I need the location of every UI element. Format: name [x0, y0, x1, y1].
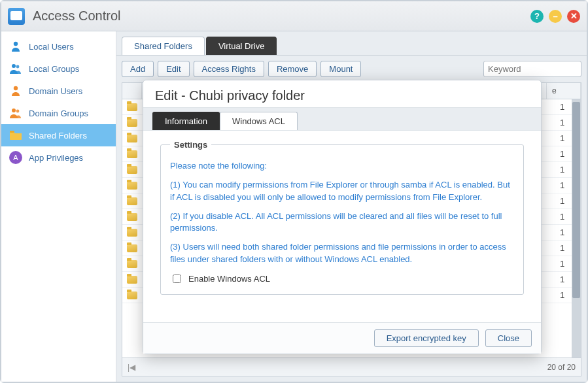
- tab-information[interactable]: Information: [152, 112, 220, 130]
- sidebar-item-domain-groups[interactable]: Domain Groups: [1, 102, 116, 124]
- folder-icon: [122, 213, 142, 221]
- svg-point-5: [16, 110, 20, 113]
- search-input[interactable]: [483, 61, 581, 77]
- user-icon: [9, 84, 22, 97]
- sidebar-item-domain-users[interactable]: Domain Users: [1, 80, 116, 102]
- users-icon: [9, 107, 22, 120]
- add-button[interactable]: Add: [122, 61, 154, 77]
- svg-rect-6: [10, 131, 14, 133]
- app-window: Access Control ? – ✕ Local Users Local G…: [0, 0, 588, 383]
- pager-status: 20 of 20: [547, 363, 576, 372]
- access-rights-button[interactable]: Access Rights: [194, 61, 264, 77]
- note-1: (1) You can modify permissions from File…: [170, 179, 514, 204]
- folder-icon: [122, 291, 142, 299]
- titlebar: Access Control ? – ✕: [1, 1, 587, 31]
- sidebar: Local Users Local Groups Domain Users Do…: [1, 31, 116, 382]
- sidebar-item-local-groups[interactable]: Local Groups: [1, 58, 116, 80]
- grid-header-right[interactable]: e: [547, 83, 581, 99]
- mount-button[interactable]: Mount: [320, 61, 361, 77]
- sidebar-item-label: App Privileges: [29, 153, 83, 163]
- app-privilege-icon: A: [9, 151, 22, 164]
- svg-point-0: [14, 42, 18, 46]
- tab-windows-acl[interactable]: Windows ACL: [220, 112, 298, 130]
- note-2: (2) If you disable ACL. All ACL permissi…: [170, 210, 514, 235]
- close-dialog-button[interactable]: Close: [485, 329, 532, 347]
- folder-icon: [122, 150, 142, 158]
- sidebar-item-shared-folders[interactable]: Shared Folders: [1, 124, 116, 146]
- user-icon: [9, 40, 22, 53]
- pager: |◀ 20 of 20: [122, 358, 581, 376]
- sidebar-item-label: Shared Folders: [29, 131, 87, 141]
- dialog-title: Edit - Chubi privacy folder: [143, 80, 541, 107]
- enable-acl-checkbox-row[interactable]: Enable Windows ACL: [170, 273, 514, 285]
- sidebar-item-label: Local Groups: [29, 64, 79, 74]
- help-button[interactable]: ?: [530, 10, 544, 23]
- edit-folder-dialog: Edit - Chubi privacy folder Information …: [143, 80, 542, 354]
- users-icon: [9, 62, 22, 75]
- sidebar-item-local-users[interactable]: Local Users: [1, 35, 116, 58]
- dialog-footer: Export encrypted key Close: [143, 322, 541, 354]
- enable-acl-checkbox[interactable]: [173, 275, 181, 283]
- dialog-body: Settings Please note the following: (1) …: [143, 131, 541, 322]
- folder-icon: [122, 103, 142, 111]
- remove-button[interactable]: Remove: [268, 61, 317, 77]
- scroll-thumb[interactable]: [572, 102, 580, 298]
- tab-virtual-drive[interactable]: Virtual Drive: [206, 37, 277, 55]
- app-icon: [8, 8, 25, 25]
- folder-icon: [9, 129, 22, 142]
- svg-point-4: [12, 108, 16, 112]
- note-intro: Please note the following:: [170, 160, 514, 173]
- app-title: Access Control: [33, 8, 121, 24]
- folder-icon: [122, 197, 142, 205]
- sidebar-item-label: Domain Users: [29, 86, 82, 96]
- folder-icon: [122, 135, 142, 142]
- folder-icon: [122, 276, 142, 284]
- svg-point-2: [16, 65, 20, 69]
- folder-icon: [122, 244, 142, 252]
- note-3: (3) Users will need both shared folder p…: [170, 241, 514, 266]
- folder-icon: [122, 166, 142, 174]
- toolbar: Add Edit Access Rights Remove Mount: [116, 55, 587, 82]
- minimize-button[interactable]: –: [549, 10, 562, 23]
- main-tabs: Shared Folders Virtual Drive: [116, 31, 587, 55]
- tab-shared-folders[interactable]: Shared Folders: [122, 37, 205, 55]
- folder-icon: [122, 119, 142, 127]
- dialog-tabs: Information Windows ACL: [143, 107, 541, 131]
- settings-legend: Settings: [170, 140, 211, 150]
- svg-point-1: [12, 64, 16, 68]
- close-window-button[interactable]: ✕: [567, 10, 580, 23]
- pager-first-icon[interactable]: |◀: [128, 363, 135, 372]
- export-key-button[interactable]: Export encrypted key: [374, 329, 479, 347]
- folder-icon: [122, 182, 142, 190]
- sidebar-item-label: Local Users: [29, 42, 74, 52]
- svg-point-3: [14, 86, 18, 90]
- folder-icon: [122, 260, 142, 268]
- edit-button[interactable]: Edit: [158, 61, 189, 77]
- vertical-scrollbar[interactable]: [572, 99, 581, 358]
- sidebar-item-label: Domain Groups: [29, 108, 88, 118]
- settings-fieldset: Settings Please note the following: (1) …: [160, 140, 524, 295]
- sidebar-item-app-privileges[interactable]: A App Privileges: [1, 146, 116, 169]
- folder-icon: [122, 229, 142, 237]
- enable-acl-label: Enable Windows ACL: [188, 274, 270, 284]
